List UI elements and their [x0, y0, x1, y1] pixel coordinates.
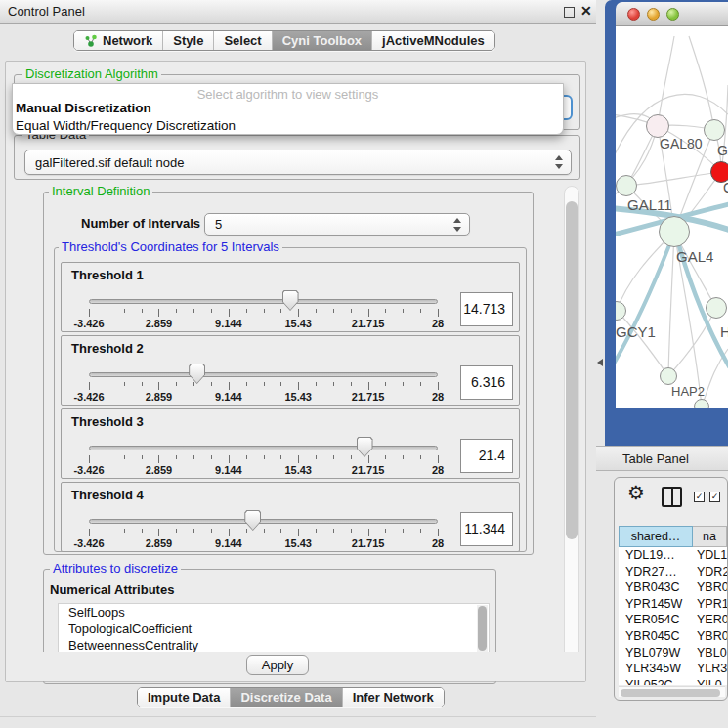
- column-header-shared-name[interactable]: shared…: [619, 526, 693, 547]
- network-node[interactable]: [694, 399, 709, 408]
- popup-option-manual-discretization[interactable]: Manual Discretization: [16, 101, 151, 115]
- threshold-value-field[interactable]: 6.316: [460, 365, 513, 400]
- slider-track[interactable]: [89, 446, 438, 450]
- table-row[interactable]: YDL19…YDL1: [619, 547, 727, 564]
- minimize-traffic-light-icon[interactable]: [647, 8, 660, 21]
- scale-label: 15.43: [284, 464, 312, 476]
- tab-impute-data[interactable]: Impute Data: [138, 688, 231, 707]
- checkbox-icon[interactable]: ✓: [694, 492, 705, 502]
- network-node-label: C: [723, 180, 728, 195]
- slider-tick: [298, 382, 299, 390]
- float-window-icon[interactable]: [564, 7, 575, 18]
- interval-definition-title: Interval Definition: [49, 185, 152, 198]
- slider-track[interactable]: [89, 519, 438, 524]
- table-row[interactable]: YLR345WYLR3: [619, 661, 727, 677]
- slider-tick: [316, 455, 317, 459]
- table-row[interactable]: YIL052CYIL0: [619, 677, 727, 685]
- scale-label: 28: [432, 537, 444, 549]
- network-node[interactable]: [646, 114, 669, 138]
- bottom-tab-bar: Impute Data Discretize Data Infer Networ…: [137, 687, 445, 707]
- scale-label: 2.859: [146, 318, 173, 329]
- split-columns-icon[interactable]: [662, 487, 682, 507]
- splitter-collapse-arrow[interactable]: [597, 359, 603, 366]
- column-header-name[interactable]: na: [693, 526, 727, 547]
- table-row[interactable]: YBL079WYBL0: [619, 645, 727, 662]
- tab-select[interactable]: Select: [214, 31, 272, 50]
- network-node[interactable]: [659, 216, 690, 247]
- tab-jactivemnodules[interactable]: jActiveMNodules: [372, 31, 494, 50]
- threshold-value-field[interactable]: 14.713: [460, 292, 513, 326]
- slider-handle[interactable]: [357, 437, 373, 457]
- table-row[interactable]: YDR27…YDR2: [619, 564, 727, 580]
- slider-tick: [229, 382, 230, 390]
- table-row[interactable]: YPR145WYPR1: [619, 596, 727, 613]
- scale-label: 21.715: [352, 318, 385, 329]
- table-row[interactable]: YER054CYER0: [619, 612, 727, 628]
- slider-tick: [438, 529, 439, 536]
- slider-handle[interactable]: [189, 364, 205, 384]
- network-node[interactable]: [706, 297, 727, 319]
- table-cell-shared-name: YDR27…: [619, 564, 693, 580]
- tab-cyni-toolbox[interactable]: Cyni Toolbox: [273, 31, 372, 50]
- threshold-value-field[interactable]: 11.344: [460, 512, 513, 546]
- scale-label: -3.426: [73, 464, 104, 476]
- checkbox-icon[interactable]: ✓: [709, 492, 720, 502]
- scale-label: -3.426: [73, 537, 104, 549]
- close-traffic-light-icon[interactable]: [627, 8, 640, 21]
- table-cell-shared-name: YER054C: [619, 612, 693, 628]
- network-window-titlebar[interactable]: [616, 2, 728, 26]
- table-row[interactable]: YBR043CYBR0: [619, 579, 727, 596]
- network-node[interactable]: [616, 175, 637, 196]
- network-node[interactable]: [660, 367, 677, 385]
- slider-tick: [333, 309, 334, 313]
- slider-tick: [368, 309, 369, 317]
- slider-tick: [107, 309, 107, 313]
- attributes-group-title: Attributes to discretize: [50, 562, 181, 576]
- slider-handle[interactable]: [282, 290, 299, 311]
- slider-tick: [280, 529, 281, 533]
- tab-discretize-data[interactable]: Discretize Data: [231, 688, 342, 707]
- slider-handle[interactable]: [244, 510, 261, 531]
- slider-tick: [420, 382, 421, 386]
- table-hscrollbar-track[interactable]: [619, 686, 725, 697]
- table-data-combo[interactable]: galFiltered.sif default node: [24, 150, 572, 175]
- slider-tick: [107, 529, 107, 533]
- attribute-list-item[interactable]: TopologicalCoefficient: [59, 621, 489, 637]
- slider-track[interactable]: [89, 372, 438, 377]
- numerical-attributes-list[interactable]: SelfLoopsTopologicalCoefficientBetweenne…: [58, 603, 490, 654]
- scale-label: 9.144: [215, 537, 242, 549]
- slider-tick: [124, 309, 125, 313]
- table-cell-name: YIL0: [693, 677, 727, 685]
- main-scrollbar-track[interactable]: [564, 186, 579, 676]
- tab-network-label: Network: [103, 33, 152, 48]
- table-body[interactable]: YDL19…YDL1YDR27…YDR2YBR043CYBR0YPR145WYP…: [619, 547, 727, 685]
- main-scrollbar-thumb[interactable]: [566, 201, 578, 539]
- gear-icon[interactable]: ⚙: [627, 483, 645, 502]
- popup-option-equal-width-frequency[interactable]: Equal Width/Frequency Discretization: [16, 118, 236, 133]
- network-node-label: GA: [717, 143, 728, 158]
- slider-tick: [351, 529, 352, 533]
- slider-track[interactable]: [89, 299, 438, 304]
- table-row[interactable]: YBR045CYBR0: [619, 628, 727, 645]
- close-icon[interactable]: ✕: [580, 3, 592, 19]
- tab-style[interactable]: Style: [163, 31, 214, 50]
- numerical-attributes-label: Numerical Attributes: [50, 582, 174, 597]
- scale-label: 21.715: [352, 464, 385, 476]
- tab-infer-network[interactable]: Infer Network: [343, 688, 444, 707]
- thresholds-coordinates-title: Threshold's Coordinates for 5 Intervals: [59, 240, 282, 254]
- network-node[interactable]: [704, 119, 725, 141]
- slider-tick: [211, 455, 212, 459]
- table-hscrollbar-thumb[interactable]: [621, 689, 720, 697]
- table-data-combo-value: galFiltered.sif default node: [35, 155, 184, 170]
- network-canvas[interactable]: GAL80GACGAL11GAL4GCY1HHAP2: [616, 26, 728, 408]
- threshold-value-field[interactable]: 21.4: [460, 439, 513, 473]
- attributes-list-scrollbar[interactable]: [477, 605, 488, 652]
- number-of-intervals-combo[interactable]: 5: [204, 213, 470, 236]
- slider-tick: [124, 529, 125, 533]
- zoom-traffic-light-icon[interactable]: [666, 8, 679, 21]
- apply-button[interactable]: Apply: [246, 655, 309, 675]
- attribute-list-item[interactable]: SelfLoops: [59, 604, 489, 621]
- slider-tick: [298, 529, 299, 536]
- tab-network[interactable]: Network: [74, 31, 163, 50]
- slider-tick: [229, 309, 230, 317]
